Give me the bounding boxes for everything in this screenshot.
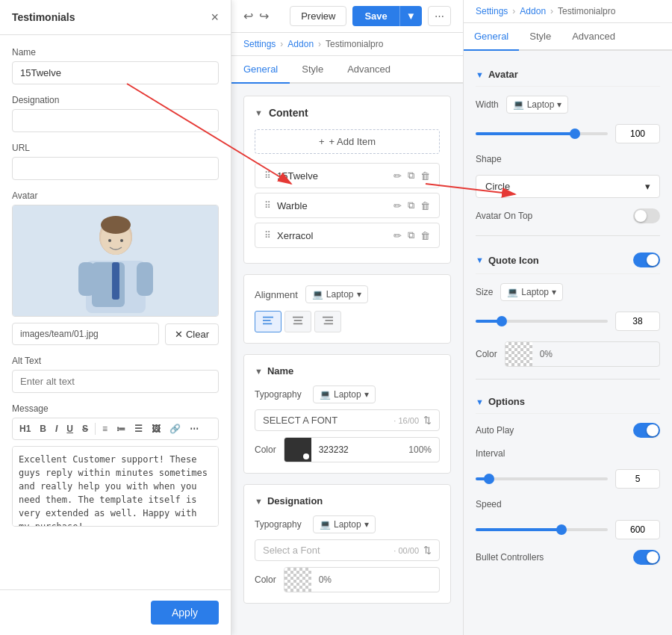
right-tab-style[interactable]: Style <box>519 23 561 51</box>
bullet-controllers-toggle[interactable] <box>633 550 660 565</box>
toolbar-h1[interactable]: H1 <box>16 421 34 436</box>
drag-handle-icon[interactable]: ⠿ <box>264 170 271 181</box>
interval-input[interactable] <box>615 469 660 489</box>
item-edit-button[interactable]: ✏ <box>393 170 402 182</box>
designation-device-select[interactable]: 💻 Laptop ▾ <box>313 515 376 533</box>
font-name: SELECT A FONT <box>263 415 389 426</box>
font-select[interactable]: SELECT A FONT · 16/00 ⇅ <box>255 409 440 431</box>
right-breadcrumb-settings[interactable]: Settings <box>476 6 508 16</box>
item-delete-button-2[interactable]: 🗑 <box>420 199 430 211</box>
tab-style[interactable]: Style <box>290 56 335 84</box>
avatar-section-header[interactable]: ▼ Avatar <box>476 63 660 87</box>
item-copy-button-3[interactable]: ⧉ <box>408 229 414 241</box>
avatar-width-thumb[interactable] <box>570 128 580 139</box>
interval-track <box>476 477 608 480</box>
add-item-button[interactable]: + + Add Item <box>255 129 440 154</box>
content-section-header[interactable]: ▼ Content <box>255 107 440 119</box>
laptop-icon-4: 💻 <box>513 99 524 110</box>
quote-size-input[interactable] <box>615 312 660 331</box>
options-section-header[interactable]: ▼ Options <box>476 390 660 414</box>
align-right-button[interactable] <box>314 311 341 332</box>
apply-button[interactable]: Apply <box>151 601 219 625</box>
align-left-button[interactable] <box>255 311 281 332</box>
shape-value: Circle <box>485 181 510 192</box>
interval-slider[interactable] <box>476 477 608 480</box>
quote-icon-section-header[interactable]: ▼ Quote Icon <box>476 247 660 274</box>
item-edit-button-2[interactable]: ✏ <box>393 199 402 211</box>
breadcrumb-settings[interactable]: Settings <box>243 39 276 49</box>
item-delete-button[interactable]: 🗑 <box>420 170 430 182</box>
toolbar-strikethrough[interactable]: S <box>78 421 92 436</box>
close-button[interactable]: × <box>211 10 219 24</box>
speed-slider[interactable] <box>476 528 608 531</box>
speed-input[interactable] <box>615 520 660 539</box>
avatar-path-input[interactable] <box>12 323 159 345</box>
avatar-width-slider[interactable] <box>476 132 608 135</box>
item-delete-button-3[interactable]: 🗑 <box>420 229 430 241</box>
name-typography-row: Typography 💻 Laptop ▾ <box>255 385 440 403</box>
right-tab-general[interactable]: General <box>464 23 519 51</box>
message-label: Message <box>12 403 219 414</box>
drag-handle-icon-3[interactable]: ⠿ <box>264 230 271 241</box>
name-device-select[interactable]: 💻 Laptop ▾ <box>313 385 376 403</box>
toolbar-italic[interactable]: I <box>52 421 61 436</box>
designation-color-swatch-container[interactable]: 0% <box>284 567 440 592</box>
designation-section-header[interactable]: ▼ Designation <box>255 495 440 507</box>
svg-rect-11 <box>263 317 273 318</box>
item-copy-button[interactable]: ⧉ <box>408 170 414 182</box>
toolbar-list-ol[interactable]: ☰ <box>131 421 146 436</box>
alt-text-input[interactable] <box>12 370 219 393</box>
undo-button[interactable]: ↩ <box>243 9 253 23</box>
drag-handle-icon-2[interactable]: ⠿ <box>264 200 271 211</box>
svg-point-9 <box>108 239 111 242</box>
speed-thumb[interactable] <box>556 524 567 535</box>
url-input[interactable] <box>12 157 219 180</box>
message-textarea[interactable]: Excellent Customer support! These guys r… <box>12 446 219 527</box>
name-color-swatch-container[interactable]: 323232 100% <box>284 437 440 462</box>
breadcrumb-addon[interactable]: Addon <box>287 39 314 49</box>
quote-size-device[interactable]: 💻 Laptop ▾ <box>500 283 563 301</box>
alignment-device-select[interactable]: 💻 Laptop ▾ <box>305 285 368 303</box>
designation-typography-row: Typography 💻 Laptop ▾ <box>255 515 440 533</box>
right-tab-advanced[interactable]: Advanced <box>561 23 626 51</box>
toolbar-image[interactable]: 🖼 <box>148 421 164 436</box>
designation-input[interactable] <box>12 109 219 132</box>
save-dropdown-button[interactable]: ▼ <box>399 6 422 26</box>
toolbar-bold[interactable]: B <box>36 421 50 436</box>
avatar-width-device[interactable]: 💻 Laptop ▾ <box>506 96 569 114</box>
quote-size-slider[interactable] <box>476 320 608 323</box>
toolbar-link[interactable]: 🔗 <box>166 421 184 436</box>
auto-play-toggle[interactable] <box>633 423 660 438</box>
name-section-header[interactable]: ▼ Name <box>255 365 440 377</box>
item-actions-3: ✏ ⧉ 🗑 <box>393 229 430 241</box>
tab-advanced[interactable]: Advanced <box>335 56 402 84</box>
toolbar-list-ul[interactable]: ≔ <box>113 421 129 436</box>
clear-button[interactable]: ✕ Clear <box>165 323 219 345</box>
tab-general[interactable]: General <box>231 56 290 84</box>
quote-size-thumb[interactable] <box>497 316 507 326</box>
quote-color-swatch-container[interactable]: 0% <box>505 341 660 367</box>
right-breadcrumb-addon[interactable]: Addon <box>520 6 546 16</box>
interval-thumb[interactable] <box>484 474 494 484</box>
designation-font-settings-button[interactable]: ⇅ <box>423 545 432 556</box>
more-button[interactable]: ⋯ <box>428 6 451 26</box>
save-button[interactable]: Save <box>352 6 399 26</box>
item-copy-button-2[interactable]: ⧉ <box>408 199 414 211</box>
preview-button[interactable]: Preview <box>290 6 346 26</box>
item-edit-button-3[interactable]: ✏ <box>393 229 402 241</box>
avatar-shape-dropdown[interactable]: Circle ▾ <box>476 175 660 198</box>
toolbar-underline[interactable]: U <box>63 421 77 436</box>
name-field-group: Name <box>12 47 219 84</box>
avatar-width-input[interactable] <box>615 124 660 143</box>
align-center-button[interactable] <box>284 311 311 332</box>
redo-button[interactable]: ↪ <box>259 9 269 23</box>
name-input[interactable] <box>12 61 219 84</box>
name-color-row: Color 323232 100% <box>255 437 440 462</box>
toolbar-align-left[interactable]: ≡ <box>99 421 111 436</box>
font-settings-button[interactable]: ⇅ <box>423 415 432 426</box>
avatar-on-top-toggle[interactable] <box>633 208 660 223</box>
toolbar-more[interactable]: ⋯ <box>186 421 202 436</box>
designation-font-select[interactable]: Select a Font · 00/00 ⇅ <box>255 539 440 561</box>
quote-icon-toggle[interactable] <box>633 253 660 267</box>
top-bar-left: ↩ ↪ <box>243 9 269 23</box>
